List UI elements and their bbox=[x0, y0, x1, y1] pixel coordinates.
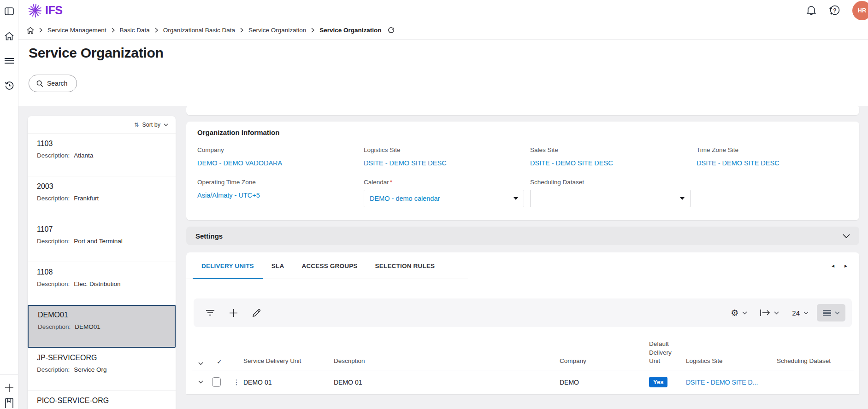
list-item-id: DEMO01 bbox=[38, 311, 168, 319]
service-organization-list: ⇅ Sort by 1103 Description:Atlanta 2003 … bbox=[28, 116, 176, 409]
user-avatar[interactable]: HR bbox=[852, 1, 868, 20]
col-scheduling-dataset[interactable]: Scheduling Dataset bbox=[777, 357, 854, 365]
history-icon[interactable] bbox=[0, 76, 18, 95]
ifs-starburst-icon bbox=[27, 2, 43, 19]
breadcrumb-separator-icon bbox=[39, 28, 42, 33]
list-item[interactable]: PICO-SERVICE-ORG Description:PICO SERVIC… bbox=[28, 391, 176, 409]
table-settings-control[interactable]: ⚙ bbox=[726, 309, 752, 317]
refresh-icon[interactable] bbox=[388, 27, 395, 34]
description-label: Description: bbox=[37, 195, 70, 202]
add-icon[interactable] bbox=[0, 379, 18, 397]
add-row-icon[interactable] bbox=[224, 304, 242, 322]
edit-pencil-icon[interactable] bbox=[247, 304, 266, 322]
breadcrumb-separator-icon bbox=[311, 28, 314, 33]
export-control[interactable] bbox=[756, 310, 784, 316]
row-checkbox[interactable] bbox=[212, 377, 221, 387]
list-item-id: 1108 bbox=[37, 268, 169, 276]
logistics-site-link[interactable]: DSITE - DEMO SITE DESC bbox=[364, 159, 530, 167]
list-item-description: DEMO01 bbox=[75, 323, 100, 330]
list-item[interactable]: 1108 Description:Elec. Distribution bbox=[28, 262, 176, 305]
list-item-description: Service Org bbox=[74, 366, 106, 373]
field-calendar: Calendar* DEMO - demo calendar bbox=[364, 179, 530, 207]
view-mode-selector[interactable] bbox=[817, 304, 845, 321]
select-all-check-icon[interactable]: ✓ bbox=[209, 358, 230, 365]
col-description[interactable]: Description bbox=[334, 357, 560, 365]
breadcrumb-item[interactable]: Basic Data bbox=[120, 27, 150, 34]
cell-company: DEMO bbox=[560, 379, 649, 386]
breadcrumb-separator-icon bbox=[240, 28, 243, 33]
list-item-id: PICO-SERVICE-ORG bbox=[37, 397, 169, 405]
gear-icon: ⚙ bbox=[731, 309, 738, 317]
tab-access-groups[interactable]: ACCESS GROUPS bbox=[293, 252, 366, 279]
description-label: Description: bbox=[37, 280, 70, 287]
list-item-selected[interactable]: DEMO01 Description:DEMO01 bbox=[28, 305, 176, 348]
organization-information-section: Organization Information Company DEMO - … bbox=[186, 122, 859, 220]
time-zone-site-link[interactable]: DSITE - DEMO SITE DESC bbox=[697, 159, 848, 167]
company-link[interactable]: DEMO - DEMO VADODARA bbox=[197, 159, 364, 167]
list-item-description: Elec. Distribution bbox=[74, 280, 120, 287]
calendar-select[interactable]: DEMO - demo calendar bbox=[364, 190, 524, 207]
col-default-delivery-unit[interactable]: Default Delivery Unit bbox=[649, 340, 686, 365]
page-size-control[interactable]: 24 bbox=[787, 309, 813, 317]
ifs-logo[interactable]: IFS bbox=[27, 2, 62, 19]
tab-scroll-right-icon[interactable]: ▸ bbox=[844, 263, 847, 269]
cell-service-delivery-unit: DEMO 01 bbox=[243, 379, 334, 386]
field-sales-site: Sales Site DSITE - DEMO SITE DESC bbox=[530, 146, 697, 167]
tab-sla[interactable]: SLA bbox=[263, 252, 293, 279]
field-time-zone-site: Time Zone Site DSITE - DEMO SITE DESC bbox=[697, 146, 848, 167]
sidebar-toggle-icon[interactable] bbox=[0, 2, 18, 20]
list-item[interactable]: 2003 Description:Frankfurt bbox=[28, 176, 176, 219]
tab-selection-rules[interactable]: SELECTION RULES bbox=[366, 252, 444, 279]
sort-icon: ⇅ bbox=[134, 122, 139, 128]
row-expand-icon[interactable] bbox=[192, 380, 209, 384]
breadcrumb: Service Management Basic Data Organizati… bbox=[18, 21, 868, 40]
operating-time-zone-link[interactable]: Asia/Almaty - UTC+5 bbox=[197, 192, 364, 199]
cell-description: DEMO 01 bbox=[334, 379, 560, 386]
notifications-bell-icon[interactable] bbox=[806, 5, 816, 16]
scrolled-card-remnant bbox=[186, 105, 859, 115]
list-item[interactable]: 1103 Description:Atlanta bbox=[28, 134, 176, 176]
select-caret-icon bbox=[680, 197, 685, 200]
breadcrumb-home-icon[interactable] bbox=[27, 27, 34, 34]
cell-logistics-site-link[interactable]: DSITE - DEMO SITE D... bbox=[686, 379, 777, 386]
tab-scroll-left-icon[interactable]: ◂ bbox=[832, 263, 834, 269]
select-caret-icon bbox=[514, 197, 518, 200]
filter-icon[interactable] bbox=[201, 304, 219, 322]
menu-icon[interactable] bbox=[0, 52, 18, 70]
row-kebab-icon[interactable]: ⋮ bbox=[230, 378, 243, 386]
collapse-all-icon[interactable] bbox=[192, 362, 209, 365]
tab-delivery-units[interactable]: DELIVERY UNITS bbox=[193, 252, 263, 279]
help-icon[interactable]: ? bbox=[828, 5, 840, 17]
breadcrumb-item[interactable]: Service Management bbox=[47, 27, 106, 34]
list-item-id: 1103 bbox=[37, 140, 169, 148]
list-item-description: Atlanta bbox=[74, 152, 93, 159]
breadcrumb-current: Service Organization bbox=[319, 27, 381, 34]
col-logistics-site[interactable]: Logistics Site bbox=[686, 357, 777, 365]
list-item[interactable]: JP-SERVICEORG Description:Service Org bbox=[28, 348, 176, 391]
description-label: Description: bbox=[37, 366, 70, 373]
scheduling-dataset-select[interactable] bbox=[530, 190, 691, 207]
book-icon[interactable] bbox=[0, 397, 18, 409]
table-header-row: ✓ Service Delivery Unit Description Comp… bbox=[192, 332, 854, 370]
col-service-delivery-unit[interactable]: Service Delivery Unit bbox=[243, 357, 334, 365]
breadcrumb-item[interactable]: Organizational Basic Data bbox=[163, 27, 235, 34]
breadcrumb-item[interactable]: Service Organization bbox=[248, 27, 306, 34]
table-row[interactable]: ⋮ DEMO 01 DEMO 01 DEMO Yes DSITE - DEMO … bbox=[192, 370, 854, 394]
page-size-value: 24 bbox=[792, 309, 800, 317]
list-item-id: 2003 bbox=[37, 182, 169, 191]
list-item[interactable]: 1107 Description:Port and Terminal bbox=[28, 219, 176, 262]
home-icon[interactable] bbox=[0, 27, 18, 45]
settings-section-header[interactable]: Settings bbox=[186, 227, 859, 245]
search-button[interactable]: Search bbox=[29, 75, 77, 92]
sales-site-link[interactable]: DSITE - DEMO SITE DESC bbox=[530, 159, 697, 167]
table-toolbar: ⚙ 24 bbox=[194, 298, 852, 327]
settings-title: Settings bbox=[195, 232, 223, 240]
description-label: Description: bbox=[38, 323, 71, 330]
search-label: Search bbox=[47, 80, 67, 87]
list-item-description: Frankfurt bbox=[74, 195, 99, 202]
col-company[interactable]: Company bbox=[560, 357, 649, 365]
sort-by-control[interactable]: ⇅ Sort by bbox=[28, 116, 176, 134]
breadcrumb-separator-icon bbox=[155, 28, 158, 33]
left-nav-rail bbox=[0, 0, 18, 409]
export-icon bbox=[760, 310, 770, 316]
